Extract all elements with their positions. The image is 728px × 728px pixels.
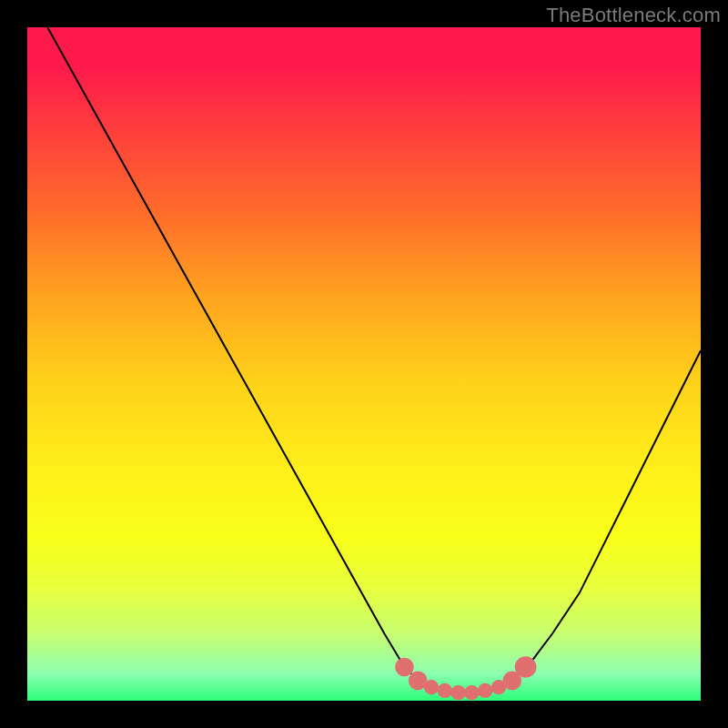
chart-svg (27, 27, 701, 701)
watermark-text: TheBottleneck.com (546, 4, 721, 27)
plot-area (27, 27, 701, 701)
curve-marker (450, 685, 465, 700)
curve-markers (395, 656, 536, 700)
curve-marker (424, 680, 439, 694)
curve-marker (464, 685, 479, 700)
curve-marker (438, 683, 452, 698)
chart-frame: TheBottleneck.com (0, 0, 728, 728)
curve-marker (515, 656, 537, 678)
curve-marker (395, 658, 414, 677)
curve-path (47, 27, 701, 694)
bottleneck-curve (47, 27, 701, 694)
curve-marker (478, 683, 492, 698)
